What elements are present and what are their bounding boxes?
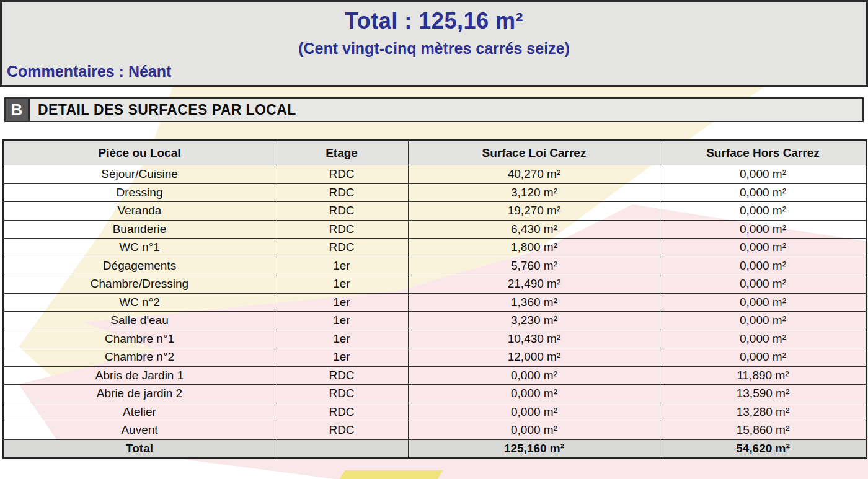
cell-etage: RDC: [275, 366, 409, 385]
cell-loi-carrez: 0,000 m²: [409, 385, 660, 403]
cell-etage: RDC: [275, 183, 409, 202]
cell-hors-carrez: 0,000 m²: [660, 275, 867, 294]
cell-etage: RDC: [275, 202, 409, 221]
table-row: BuanderieRDC6,430 m²0,000 m²: [4, 220, 867, 239]
table-row: WC n°1RDC1,800 m²0,000 m²: [4, 239, 867, 257]
cell-hors-carrez: 11,890 m²: [660, 366, 867, 385]
col-header-hors-carrez: Surface Hors Carrez: [660, 141, 867, 165]
table-row: Abris de Jardin 1RDC0,000 m²11,890 m²: [4, 366, 867, 385]
cell-loi-carrez: 5,760 m²: [409, 257, 660, 275]
cell-loi-carrez: 6,430 m²: [409, 220, 660, 239]
cell-etage: 1er: [275, 257, 409, 275]
cell-hors-carrez: 15,860 m²: [660, 421, 867, 440]
cell-hors-carrez: 0,000 m²: [660, 348, 867, 367]
cell-piece: Chambre n°1: [4, 330, 275, 348]
cell-piece: Abrie de jardin 2: [4, 385, 275, 403]
table-total-row: Total 125,160 m² 54,620 m²: [4, 439, 867, 458]
cell-hors-carrez: 0,000 m²: [660, 257, 867, 275]
total-surface-title: Total : 125,16 m²: [2, 2, 866, 34]
watermark-yellow-accent: [340, 470, 443, 479]
total-surface-in-words: (Cent vingt-cinq mètres carrés seize): [2, 40, 866, 58]
total-etage-cell: [275, 439, 409, 458]
cell-etage: 1er: [275, 348, 409, 367]
cell-hors-carrez: 0,000 m²: [660, 202, 867, 221]
cell-hors-carrez: 0,000 m²: [660, 183, 867, 202]
col-header-etage: Etage: [275, 141, 409, 165]
cell-hors-carrez: 0,000 m²: [660, 220, 867, 239]
cell-etage: RDC: [275, 421, 409, 440]
cell-loi-carrez: 0,000 m²: [409, 421, 660, 440]
table-header-row: Pièce ou Local Etage Surface Loi Carrez …: [4, 141, 867, 165]
table-row: Dégagements1er5,760 m²0,000 m²: [4, 257, 867, 275]
cell-loi-carrez: 10,430 m²: [409, 330, 660, 348]
cell-piece: Buanderie: [4, 220, 275, 239]
cell-hors-carrez: 0,000 m²: [660, 293, 867, 312]
cell-loi-carrez: 1,800 m²: [409, 239, 660, 257]
cell-hors-carrez: 0,000 m²: [660, 330, 867, 348]
cell-hors-carrez: 13,590 m²: [660, 385, 867, 403]
table-row: DressingRDC3,120 m²0,000 m²: [4, 183, 867, 202]
table-row: WC n°21er1,360 m²0,000 m²: [4, 293, 867, 312]
cell-piece: WC n°1: [4, 239, 275, 257]
total-loi-carrez-cell: 125,160 m²: [409, 439, 660, 458]
cell-piece: Abris de Jardin 1: [4, 366, 275, 385]
cell-loi-carrez: 19,270 m²: [409, 202, 660, 221]
table-row: Chambre n°21er12,000 m²0,000 m²: [4, 348, 867, 367]
cell-piece: WC n°2: [4, 293, 275, 312]
cell-loi-carrez: 1,360 m²: [409, 293, 660, 312]
table-row: Chambre/Dressing1er21,490 m²0,000 m²: [4, 275, 867, 294]
table-row: Salle d'eau1er3,230 m²0,000 m²: [4, 312, 867, 330]
cell-loi-carrez: 12,000 m²: [409, 348, 660, 367]
cell-hors-carrez: 0,000 m²: [660, 165, 867, 184]
cell-etage: RDC: [275, 403, 409, 421]
cell-etage: 1er: [275, 293, 409, 312]
cell-etage: 1er: [275, 330, 409, 348]
cell-loi-carrez: 0,000 m²: [409, 366, 660, 385]
cell-piece: Salle d'eau: [4, 312, 275, 330]
total-summary-box: Total : 125,16 m² (Cent vingt-cinq mètre…: [0, 0, 868, 87]
cell-etage: RDC: [275, 239, 409, 257]
comments-line: Commentaires : Néant: [2, 63, 866, 81]
cell-etage: RDC: [275, 220, 409, 239]
table-row: AtelierRDC0,000 m²13,280 m²: [4, 403, 867, 421]
table-row: Chambre n°11er10,430 m²0,000 m²: [4, 330, 867, 348]
cell-piece: Séjour/Cuisine: [4, 165, 275, 184]
cell-etage: 1er: [275, 275, 409, 294]
cell-loi-carrez: 40,270 m²: [409, 165, 660, 184]
surfaces-table: Pièce ou Local Etage Surface Loi Carrez …: [2, 139, 867, 459]
cell-piece: Dégagements: [4, 257, 275, 275]
cell-etage: RDC: [275, 165, 409, 184]
cell-piece: Auvent: [4, 421, 275, 440]
total-hors-carrez-cell: 54,620 m²: [660, 439, 867, 458]
cell-loi-carrez: 0,000 m²: [409, 403, 660, 421]
cell-hors-carrez: 0,000 m²: [660, 239, 867, 257]
cell-loi-carrez: 3,120 m²: [409, 183, 660, 202]
table-row: Séjour/CuisineRDC40,270 m²0,000 m²: [4, 165, 867, 184]
cell-piece: Veranda: [4, 202, 275, 221]
section-header: B DETAIL DES SURFACES PAR LOCAL: [4, 97, 864, 122]
cell-loi-carrez: 21,490 m²: [409, 275, 660, 294]
col-header-piece: Pièce ou Local: [4, 141, 275, 165]
col-header-loi-carrez: Surface Loi Carrez: [409, 141, 660, 165]
cell-piece: Dressing: [4, 183, 275, 202]
table-row: AuventRDC0,000 m²15,860 m²: [4, 421, 867, 440]
cell-hors-carrez: 13,280 m²: [660, 403, 867, 421]
cell-piece: Chambre n°2: [4, 348, 275, 367]
table-row: Abrie de jardin 2RDC0,000 m²13,590 m²: [4, 385, 867, 403]
section-title: DETAIL DES SURFACES PAR LOCAL: [29, 97, 864, 122]
table-body: Séjour/CuisineRDC40,270 m²0,000 m²Dressi…: [4, 165, 867, 440]
cell-etage: RDC: [275, 385, 409, 403]
cell-hors-carrez: 0,000 m²: [660, 312, 867, 330]
cell-piece: Atelier: [4, 403, 275, 421]
cell-piece: Chambre/Dressing: [4, 275, 275, 294]
table-row: VerandaRDC19,270 m²0,000 m²: [4, 202, 867, 221]
cell-etage: 1er: [275, 312, 409, 330]
cell-loi-carrez: 3,230 m²: [409, 312, 660, 330]
section-letter-badge: B: [4, 97, 29, 122]
total-label-cell: Total: [4, 439, 275, 458]
